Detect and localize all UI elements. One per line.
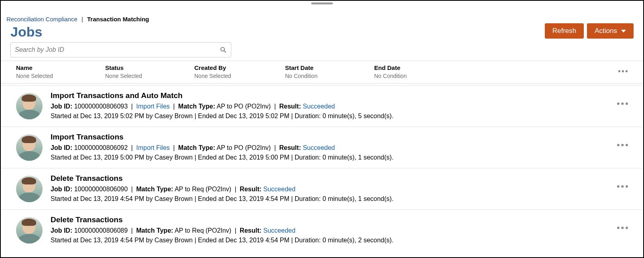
job-meta-line: Job ID: 100000000806089 | Match Type: AP… [51,226,618,235]
job-row[interactable]: Delete TransactionsJob ID: 1000000008060… [2,168,642,209]
job-title: Import Transactions and Auto Match [51,91,618,100]
refresh-button[interactable]: Refresh [545,23,584,39]
filter-created-by[interactable]: Created By None Selected [194,64,285,79]
row-actions-icon[interactable]: ••• [617,223,630,233]
job-title: Delete Transactions [51,174,618,183]
search-input[interactable] [15,46,220,53]
avatar [16,93,43,119]
import-files-link[interactable]: Import Files [136,144,170,151]
breadcrumb-separator: | [82,16,83,23]
drag-handle[interactable] [311,2,333,4]
breadcrumb-link-reconciliation[interactable]: Reconciliation Compliance [6,16,77,23]
filter-name[interactable]: Name None Selected [16,64,105,79]
row-actions-icon[interactable]: ••• [617,181,630,192]
breadcrumb-current: Transaction Matching [87,16,149,23]
job-title: Import Transactions [51,133,618,141]
filter-more-icon[interactable]: ••• [618,67,629,76]
job-row[interactable]: Import Transactions and Auto MatchJob ID… [2,85,642,127]
filter-end-date[interactable]: End Date No Condition [374,64,495,79]
result-link[interactable]: Succeeded [303,103,335,110]
jobs-list[interactable]: Import Transactions and Auto MatchJob ID… [2,84,642,256]
filter-status[interactable]: Status None Selected [105,64,194,79]
job-row[interactable]: Import TransactionsJob ID: 1000000008060… [2,127,642,168]
filter-start-date[interactable]: Start Date No Condition [285,64,374,79]
svg-point-0 [221,47,224,51]
job-meta-line: Job ID: 100000000806090 | Match Type: AP… [51,184,618,194]
job-time-line: Started at Dec 13, 2019 5:00 PM by Casey… [51,153,618,162]
job-meta-line: Job ID: 100000000806093 | Import Files |… [51,102,618,111]
job-time-line: Started at Dec 13, 2019 4:54 PM by Casey… [51,194,618,204]
svg-line-1 [224,51,226,53]
job-time-line: Started at Dec 13, 2019 5:02 PM by Casey… [51,111,618,121]
result-link[interactable]: Succeeded [263,227,296,234]
job-title: Delete Transactions [51,215,618,224]
avatar [16,217,43,244]
page-title: Jobs [10,24,149,40]
import-files-link[interactable]: Import Files [136,103,170,110]
search-box[interactable] [10,42,231,57]
row-actions-icon[interactable]: ••• [617,140,630,150]
chevron-down-icon [621,30,626,33]
actions-button[interactable]: Actions [587,23,634,39]
job-time-line: Started at Dec 13, 2019 4:54 PM by Casey… [51,235,618,245]
result-link[interactable]: Succeeded [303,144,335,151]
breadcrumb: Reconciliation Compliance | Transaction … [6,15,149,23]
avatar [16,134,43,161]
job-meta-line: Job ID: 100000000806092 | Import Files |… [51,143,618,153]
result-link[interactable]: Succeeded [263,186,296,192]
filter-bar: Name None Selected Status None Selected … [1,61,643,84]
avatar [16,176,43,202]
row-actions-icon[interactable]: ••• [617,98,630,109]
job-row[interactable]: Delete TransactionsJob ID: 1000000008060… [2,209,642,251]
search-icon[interactable] [220,46,227,53]
